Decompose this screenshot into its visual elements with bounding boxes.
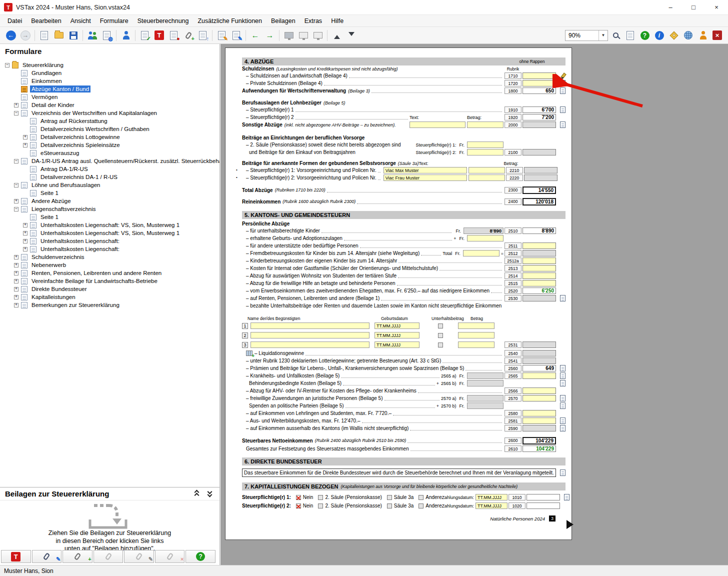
web-icon[interactable]: [682, 28, 695, 42]
add-attachment-button[interactable]: +: [62, 550, 92, 563]
attachment-icon[interactable]: [560, 80, 566, 86]
zoom-select[interactable]: 90% ▼: [565, 30, 608, 41]
zahlungsdatum-input[interactable]: TT.MM.JJJJ: [476, 494, 508, 500]
tree-item-direkte-bundessteuer[interactable]: Direkte Bundessteuer: [1, 285, 220, 293]
attachment-edit-button[interactable]: ✎: [124, 550, 154, 563]
field-2565[interactable]: [522, 372, 556, 379]
check-declaration-icon[interactable]: ✓: [138, 28, 152, 42]
field-2566[interactable]: [522, 388, 556, 394]
tree-item-detailverzeichnis-wertschriften[interactable]: Detailverzeichnis Wertschriften / Guthab…: [1, 125, 220, 133]
next-form-icon[interactable]: →: [263, 28, 276, 42]
tree-item-andere-abzuege[interactable]: Andere Abzüge: [1, 197, 220, 205]
field-2580[interactable]: [522, 410, 556, 416]
taxpayer-search-icon[interactable]: [119, 28, 132, 42]
tree-item-detailverzeichnis-lottogewinne[interactable]: Detailverzeichnis Lottogewinne: [1, 133, 220, 141]
chevron-down-icon[interactable]: ▼: [598, 30, 608, 40]
close-button[interactable]: ×: [705, 0, 728, 14]
notes-icon[interactable]: ✎: [230, 28, 243, 42]
beneficiary-birthdate-input[interactable]: TT.MM.JJJJ: [374, 322, 420, 329]
help-icon[interactable]: ?: [638, 28, 652, 42]
beneficiary-name-input[interactable]: [250, 342, 370, 348]
help-button[interactable]: ?: [186, 550, 216, 563]
tree-expander[interactable]: [14, 183, 18, 188]
tree-expander[interactable]: [14, 207, 18, 212]
liquidation-table-icon[interactable]: [246, 350, 252, 356]
tree-expander[interactable]: [14, 263, 18, 268]
info-icon[interactable]: i: [652, 28, 666, 42]
add-attachment-icon[interactable]: +: [182, 28, 195, 42]
beneficiary-birthdate-input[interactable]: TT.MM.JJJJ: [374, 332, 420, 338]
tree-item-antrag-da1-rus[interactable]: Antrag DA-1/R-US: [1, 165, 220, 173]
panel-expand-button[interactable]: [204, 489, 216, 499]
tree-item-seite1-liegenschaft[interactable]: Seite 1: [1, 213, 220, 221]
tree-expander[interactable]: [5, 63, 10, 68]
attachment-delete-button[interactable]: ×: [155, 550, 185, 563]
tree-item-detail-der-kinder[interactable]: Detail der Kinder: [1, 101, 220, 109]
tree-item-unterhaltskosten-4[interactable]: Unterhaltskosten Liegenschaft:: [1, 245, 220, 253]
tree-item-schuldenverzeichnis[interactable]: Schuldenverzeichnis: [1, 253, 220, 261]
andere-checkbox[interactable]: [418, 495, 424, 500]
attachment-icon[interactable]: [560, 425, 566, 432]
vstax-button[interactable]: T: [1, 550, 31, 563]
field-2000-text[interactable]: [410, 122, 466, 128]
data-transfer-icon[interactable]: ◍: [100, 28, 114, 42]
beneficiary-birthdate-input[interactable]: TT.MM.JJJJ: [374, 342, 420, 348]
unterhaltsbeitrag-checkbox[interactable]: [438, 333, 443, 338]
attachment-icon[interactable]: [560, 470, 566, 476]
andere-checkbox[interactable]: [418, 504, 424, 508]
scroll-up-icon[interactable]: [330, 28, 344, 42]
scroll-down-icon[interactable]: [344, 28, 358, 42]
field-2100-sp1[interactable]: [467, 142, 504, 148]
attachment-icon[interactable]: [560, 380, 566, 386]
tree-item-grundlagen[interactable]: Grundlagen: [1, 69, 220, 77]
field-2570[interactable]: [522, 395, 556, 402]
edit-form-icon[interactable]: ✎: [215, 28, 228, 42]
tree-expander[interactable]: [23, 223, 28, 228]
view-split-icon[interactable]: [296, 28, 310, 42]
menu-zusaetzliche-funktionen[interactable]: Zusätzliche Funktionen: [193, 16, 266, 26]
view-single-icon[interactable]: [282, 28, 296, 42]
tree-item-liegenschaftsverzeichnis[interactable]: Liegenschaftsverzeichnis: [1, 205, 220, 213]
saeule3a-checkbox[interactable]: [387, 495, 392, 500]
tree-item-detailverzeichnis-spieleinsaetze[interactable]: Detailverzeichnis Spieleinsätze: [1, 141, 220, 149]
menu-ansicht[interactable]: Ansicht: [66, 16, 96, 26]
field-zulagen[interactable]: [467, 235, 504, 242]
panel-collapse-button[interactable]: [192, 489, 202, 499]
tree-expander[interactable]: [23, 239, 28, 244]
tree-item-loehne-berufsauslagen[interactable]: Löhne und Berufsauslagen: [1, 181, 220, 189]
minimize-button[interactable]: –: [659, 0, 682, 14]
attachment-icon[interactable]: [560, 106, 566, 113]
tree-item-vereinfachte-beilage[interactable]: Vereinfachte Beilage für Landwirtschafts…: [1, 277, 220, 285]
upload-icon[interactable]: ↑: [196, 28, 210, 42]
attachment-icon[interactable]: [560, 372, 566, 379]
tags-icon[interactable]: [667, 28, 680, 42]
tree-expander[interactable]: [23, 231, 28, 236]
field-2512-total[interactable]: [463, 250, 500, 256]
tree-item-nebenerwerb[interactable]: Nebenerwerb: [1, 261, 220, 269]
field-2511[interactable]: [522, 242, 556, 249]
field-2220-text[interactable]: Viac Frau Muster: [384, 174, 467, 181]
tree-item-esteuerauszug[interactable]: eSteuerauszug: [1, 149, 220, 157]
menu-extras[interactable]: Extras: [300, 16, 326, 26]
attachment-icon[interactable]: [560, 122, 566, 128]
tree-expander[interactable]: [23, 143, 28, 148]
tree-expander[interactable]: [14, 287, 18, 292]
menu-beilagen[interactable]: Beilagen: [266, 16, 300, 26]
tree-item-verzeichnis-wertschriften[interactable]: Verzeichnis der Wertschriften und Kapita…: [1, 109, 220, 117]
saeule2-checkbox[interactable]: [318, 504, 323, 508]
attachment-icon[interactable]: [564, 494, 570, 500]
menu-bearbeiten[interactable]: Bearbeiten: [26, 16, 66, 26]
maximize-button[interactable]: □: [682, 0, 705, 14]
next-page-icon[interactable]: [566, 520, 578, 529]
beneficiary-amount-input[interactable]: [458, 332, 494, 338]
new-document-icon[interactable]: [38, 28, 51, 42]
beneficiary-name-input[interactable]: [250, 322, 370, 329]
saeule2-checkbox[interactable]: [318, 495, 323, 500]
beneficiary-name-input[interactable]: [250, 332, 370, 338]
tree-item-bemerkungen[interactable]: Bemerkungen zur Steuererklärung: [1, 301, 220, 309]
unterhaltsbeitrag-checkbox[interactable]: [438, 342, 443, 348]
quit-icon[interactable]: ×: [710, 28, 724, 42]
field-2515[interactable]: [522, 280, 556, 286]
tree-item-da1-rus[interactable]: DA-1/R-US Antrag ausl. Quellensteuern/Rü…: [1, 157, 220, 165]
zahlungsdatum-input[interactable]: TT.MM.JJJJ: [476, 502, 508, 509]
